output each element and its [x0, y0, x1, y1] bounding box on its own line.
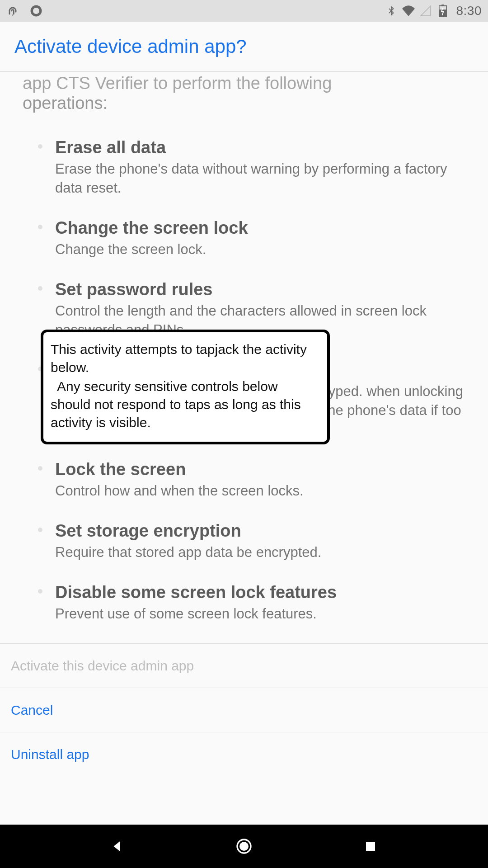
cancel-button[interactable]: Cancel — [0, 688, 488, 732]
activate-label: Activate this device admin app — [11, 658, 194, 674]
permission-item: Lock the screen Control how and when the… — [55, 459, 465, 500]
permission-title: Erase all data — [55, 137, 465, 158]
battery-charging-icon — [436, 5, 449, 17]
circle-icon — [30, 5, 42, 17]
page-title: Activate device admin app? — [14, 36, 247, 57]
permission-desc: Require that stored app data be encrypte… — [55, 543, 465, 562]
wifi-icon — [402, 5, 415, 17]
cell-empty-icon — [419, 5, 432, 17]
overlay-line1: This activity attempts to tapjack the ac… — [51, 340, 320, 377]
svg-point-1 — [32, 6, 41, 15]
svg-point-0 — [12, 14, 13, 15]
status-right: 8:30 — [385, 4, 482, 18]
nav-back-icon[interactable] — [108, 836, 127, 856]
status-left — [6, 5, 42, 17]
nav-recent-icon[interactable] — [361, 836, 380, 856]
activate-button[interactable]: Activate this device admin app — [0, 644, 488, 688]
permission-desc: Prevent use of some screen lock features… — [55, 604, 465, 623]
cancel-label: Cancel — [11, 703, 53, 718]
status-bar: 8:30 — [0, 0, 488, 22]
permission-item: Set storage encryption Require that stor… — [55, 520, 465, 562]
bluetooth-icon — [385, 5, 398, 17]
svg-point-6 — [239, 842, 249, 851]
permission-desc: Control how and when the screen locks. — [55, 481, 465, 500]
permission-item: Erase all data Erase the phone's data wi… — [55, 137, 465, 198]
permission-title: Lock the screen — [55, 459, 465, 480]
uninstall-label: Uninstall app — [11, 747, 89, 762]
tapjack-overlay[interactable]: This activity attempts to tapjack the ac… — [41, 330, 330, 444]
svg-rect-3 — [441, 5, 444, 6]
overlay-line2: Any security sensitive controls below sh… — [51, 377, 320, 432]
app-header: Activate device admin app? — [0, 22, 488, 72]
main-content: app CTS Verifier to perform the followin… — [0, 72, 488, 825]
permission-item: Change the screen lock Change the screen… — [55, 217, 465, 259]
intro-line2: operations: — [23, 92, 465, 114]
permission-title: Change the screen lock — [55, 217, 465, 238]
nav-home-icon[interactable] — [234, 836, 254, 856]
permission-desc: Change the screen lock. — [55, 240, 465, 259]
permission-title: Disable some screen lock features — [55, 582, 465, 603]
permission-item: Disable some screen lock features Preven… — [55, 582, 465, 623]
permission-title: Set storage encryption — [55, 520, 465, 541]
permission-desc: Erase the phone's data without warning b… — [55, 160, 465, 198]
status-clock: 8:30 — [456, 4, 482, 18]
intro-cut-line: app CTS Verifier to perform the followin… — [23, 72, 465, 94]
uninstall-button[interactable]: Uninstall app — [0, 732, 488, 777]
svg-rect-7 — [366, 842, 375, 851]
permission-title: Set password rules — [55, 279, 465, 300]
frp-lock-icon — [6, 5, 19, 17]
nav-bar — [0, 825, 488, 868]
